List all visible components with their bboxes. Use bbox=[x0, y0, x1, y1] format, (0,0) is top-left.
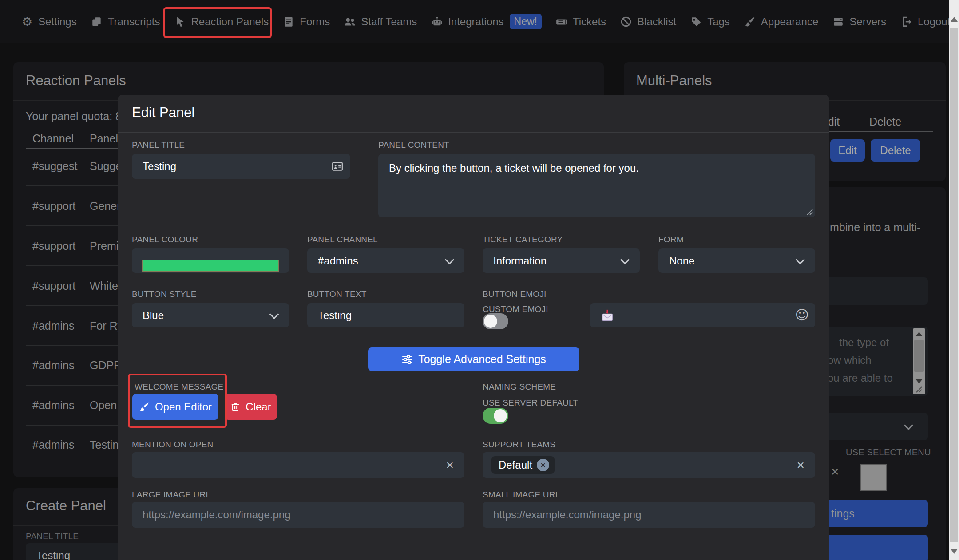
clear-selection-icon[interactable]: × bbox=[797, 458, 804, 472]
edit-panel-modal: Edit Panel PANEL TITLE Testing PANEL CON… bbox=[118, 95, 829, 560]
button-label: Open Editor bbox=[155, 401, 212, 413]
textarea-value: By clicking the button, a ticket will be… bbox=[389, 162, 639, 174]
open-editor-button[interactable]: Open Editor bbox=[132, 394, 218, 420]
sliders-icon bbox=[401, 354, 413, 365]
chevron-down-icon bbox=[796, 255, 805, 264]
button-label: Clear bbox=[246, 401, 271, 413]
scrollbar-up-arrow[interactable] bbox=[951, 17, 958, 22]
scrollbar-thumb[interactable] bbox=[950, 28, 958, 542]
app-screen: ⚙ Settings Transcripts Reaction Panels F… bbox=[0, 0, 959, 560]
form-select[interactable]: None bbox=[658, 248, 815, 273]
support-team-chip: Default × bbox=[491, 456, 555, 474]
remove-chip-icon[interactable]: × bbox=[537, 459, 549, 471]
input-placeholder: https://example.com/image.png bbox=[493, 509, 642, 521]
small-image-url-input[interactable]: https://example.com/image.png bbox=[483, 502, 815, 528]
panel-title-input[interactable]: Testing bbox=[132, 154, 350, 179]
form-label: FORM bbox=[658, 235, 684, 245]
chip-label: Default bbox=[499, 459, 532, 471]
mention-on-open-label: MENTION ON OPEN bbox=[132, 440, 214, 450]
ticket-category-label: TICKET CATEGORY bbox=[483, 235, 563, 245]
button-text-label: BUTTON TEXT bbox=[307, 289, 366, 299]
trash-icon bbox=[230, 402, 240, 412]
chevron-down-icon bbox=[445, 255, 454, 264]
page-scrollbar[interactable] bbox=[949, 0, 959, 560]
select-value: #admins bbox=[318, 255, 358, 267]
custom-emoji-label: CUSTOM EMOJI bbox=[483, 304, 548, 314]
small-image-url-label: SMALL IMAGE URL bbox=[483, 490, 560, 500]
button-text-input[interactable]: Testing bbox=[307, 303, 464, 327]
envelope-with-arrow-emoji bbox=[601, 309, 614, 322]
mention-on-open-select[interactable]: × bbox=[132, 452, 464, 478]
input-value: Testing bbox=[318, 309, 352, 322]
clear-welcome-message-button[interactable]: Clear bbox=[225, 394, 277, 420]
custom-emoji-toggle[interactable] bbox=[483, 313, 508, 329]
use-server-default-label: USE SERVER DEFAULT bbox=[483, 398, 578, 408]
id-card-icon bbox=[332, 161, 343, 172]
toggle-knob bbox=[494, 409, 507, 422]
button-style-select[interactable]: Blue bbox=[132, 303, 289, 327]
naming-scheme-label: NAMING SCHEME bbox=[483, 382, 556, 392]
button-label: Toggle Advanced Settings bbox=[418, 353, 546, 366]
use-server-default-toggle[interactable] bbox=[483, 408, 508, 424]
large-image-url-input[interactable]: https://example.com/image.png bbox=[132, 502, 464, 528]
toggle-knob bbox=[484, 315, 497, 328]
panel-channel-select[interactable]: #admins bbox=[307, 248, 464, 273]
select-value: Blue bbox=[143, 309, 164, 322]
panel-title-label: PANEL TITLE bbox=[132, 140, 185, 150]
welcome-message-label: WELCOME MESSAGE bbox=[135, 382, 223, 392]
paintbrush-icon bbox=[139, 402, 150, 412]
chevron-down-icon bbox=[269, 309, 279, 319]
button-style-label: BUTTON STYLE bbox=[132, 289, 197, 299]
resize-grip-icon[interactable] bbox=[806, 209, 813, 216]
input-placeholder: https://example.com/image.png bbox=[143, 509, 291, 521]
panel-content-label: PANEL CONTENT bbox=[378, 140, 449, 150]
button-emoji-label: BUTTON EMOJI bbox=[483, 289, 547, 299]
toggle-advanced-settings-button[interactable]: Toggle Advanced Settings bbox=[368, 347, 579, 371]
clear-selection-icon[interactable]: × bbox=[446, 458, 454, 472]
ticket-category-select[interactable]: Information bbox=[483, 248, 640, 273]
modal-title: Edit Panel bbox=[132, 105, 194, 121]
panel-colour-label: PANEL COLOUR bbox=[132, 235, 198, 245]
select-value: Information bbox=[493, 255, 547, 267]
input-value: Testing bbox=[143, 160, 176, 173]
smiley-icon[interactable]: ☺ bbox=[795, 307, 809, 323]
button-emoji-input[interactable]: ☺ bbox=[590, 303, 815, 327]
modal-header-divider bbox=[118, 132, 829, 133]
support-teams-select[interactable]: Default × × bbox=[483, 452, 815, 478]
large-image-url-label: LARGE IMAGE URL bbox=[132, 490, 210, 500]
support-teams-label: SUPPORT TEAMS bbox=[483, 440, 555, 450]
panel-colour-picker[interactable] bbox=[132, 248, 289, 273]
scrollbar-down-arrow[interactable] bbox=[951, 549, 958, 554]
select-value: None bbox=[669, 255, 694, 267]
panel-channel-label: PANEL CHANNEL bbox=[307, 235, 378, 245]
chevron-down-icon bbox=[620, 255, 630, 264]
colour-swatch[interactable] bbox=[142, 260, 279, 272]
panel-content-textarea[interactable]: By clicking the button, a ticket will be… bbox=[378, 154, 815, 217]
